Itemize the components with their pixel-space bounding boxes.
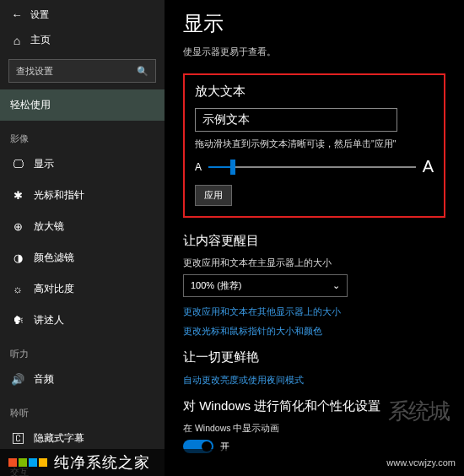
sidebar-item-color-filters[interactable]: ◑ 颜色滤镜: [0, 242, 165, 273]
sidebar-item-magnifier[interactable]: ⊕ 放大镜: [0, 211, 165, 242]
page-title: 显示: [183, 10, 445, 37]
scale-select[interactable]: 100% (推荐) ⌄: [183, 274, 348, 297]
anim-label: 在 Windows 中显示动画: [183, 423, 445, 435]
a-large-icon: A: [423, 157, 434, 176]
filter-icon: ◑: [10, 252, 25, 264]
bigger-title: 让内容更醒目: [183, 233, 445, 249]
audio-icon: 🔊: [10, 373, 25, 386]
enlarge-title: 放大文本: [195, 84, 434, 100]
section-vision: 影像: [0, 121, 165, 149]
apply-button[interactable]: 应用: [195, 185, 232, 206]
settings-title: 设置: [30, 8, 49, 21]
bigger-hint: 更改应用和文本在主显示器上的大小: [183, 257, 445, 269]
watermark-logo-icon: [8, 458, 27, 467]
search-input[interactable]: 查找设置 🔍: [8, 59, 156, 83]
home-label: 主页: [30, 33, 51, 47]
sidebar-active-ease-of-access[interactable]: 轻松使用: [0, 89, 165, 121]
magnifier-icon: ⊕: [10, 220, 25, 233]
a-small-icon: A: [195, 161, 202, 173]
contrast-icon: ☼: [10, 283, 25, 295]
watermark-name: 纯净系统之家: [54, 452, 150, 473]
watermark-bar: 纯净系统之家 www.vcwjzy.com: [0, 449, 464, 476]
caption-icon: 🄲: [10, 432, 25, 445]
sample-text-box: 示例文本: [195, 108, 397, 132]
scale-select-value: 100% (推荐): [191, 279, 242, 292]
main-content: 显示 使显示器更易于查看。 放大文本 示例文本 拖动滑块直到示例文本清晰可读，然…: [165, 0, 464, 476]
enlarge-text-section: 放大文本 示例文本 拖动滑块直到示例文本清晰可读，然后单击"应用" A A 应用: [183, 73, 445, 218]
vivid-title: 让一切更鲜艳: [183, 349, 445, 365]
page-subtitle: 使显示器更易于查看。: [183, 46, 445, 58]
section-speech: 聆听: [0, 395, 165, 423]
chevron-down-icon: ⌄: [332, 280, 340, 291]
slider-thumb[interactable]: [230, 160, 235, 175]
sidebar-item-high-contrast[interactable]: ☼ 高对比度: [0, 273, 165, 305]
back-icon[interactable]: ←: [10, 8, 24, 21]
home-row[interactable]: ⌂ 主页: [0, 26, 165, 56]
sidebar-item-cursor[interactable]: ✱ 光标和指针: [0, 180, 165, 211]
sidebar-item-display[interactable]: 🖵 显示: [0, 149, 165, 180]
enlarge-hint: 拖动滑块直到示例文本清晰可读，然后单击"应用": [195, 138, 434, 150]
settings-sidebar: ← 设置 ⌂ 主页 查找设置 🔍 轻松使用 影像 🖵 显示 ✱ 光标和指针 ⊕ …: [0, 0, 165, 476]
text-size-slider[interactable]: [208, 166, 416, 168]
display-icon: 🖵: [10, 158, 25, 170]
link-other-displays[interactable]: 更改应用和文本在其他显示器上的大小: [183, 306, 445, 318]
link-cursor-size[interactable]: 更改光标和鼠标指针的大小和颜色: [183, 325, 445, 338]
link-night-light[interactable]: 自动更改亮度或使用夜间模式: [183, 374, 445, 387]
text-size-slider-row: A A: [195, 157, 434, 176]
sidebar-item-narrator[interactable]: 🗣 讲述人: [0, 305, 165, 336]
section-hearing: 听力: [0, 336, 165, 364]
cursor-icon: ✱: [10, 189, 25, 202]
narrator-icon: 🗣: [10, 314, 25, 327]
sidebar-item-audio[interactable]: 🔊 音频: [0, 364, 165, 395]
sidebar-header: ← 设置: [0, 5, 165, 26]
search-icon: 🔍: [137, 66, 148, 77]
watermark-url: www.vcwjzy.com: [386, 457, 456, 468]
home-icon: ⌂: [10, 34, 24, 47]
search-placeholder: 查找设置: [16, 65, 53, 78]
simplify-title: 对 Windows 进行简化和个性化设置: [183, 398, 445, 414]
